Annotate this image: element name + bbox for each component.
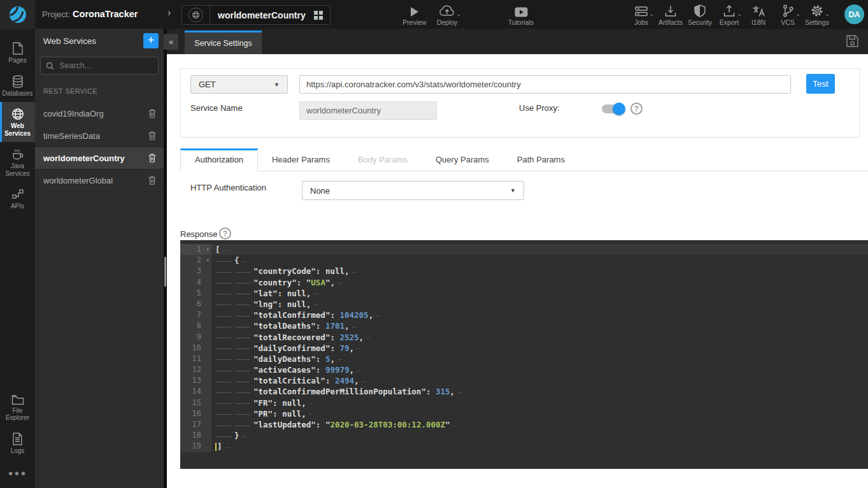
service-item-timeSeriesData[interactable]: timeSeriesData xyxy=(35,125,164,147)
gear-icon xyxy=(811,4,823,17)
service-item-worldometerCountry[interactable]: worldometerCountry xyxy=(35,147,164,169)
search-input[interactable] xyxy=(58,61,153,71)
code-text: "totalCritical": 2494, xyxy=(211,375,868,386)
test-button[interactable]: Test xyxy=(806,74,835,94)
export-button[interactable]: ⌄ Export xyxy=(715,3,744,26)
code-text: "totalConfirmed": 104205, xyxy=(211,310,868,320)
code-line-18: 18} xyxy=(180,430,868,441)
sidebar-item-databases[interactable]: Databases xyxy=(0,69,35,103)
request-url-input[interactable] xyxy=(299,75,791,94)
code-text: "lng": null, xyxy=(211,299,868,310)
tab-header-params[interactable]: Header Params xyxy=(258,148,344,171)
branch-icon xyxy=(781,4,794,17)
add-service-button[interactable]: + xyxy=(143,33,159,48)
fold-arrow-icon[interactable]: ▾ xyxy=(206,244,210,255)
code-line-13: 13"totalCritical": 2494, xyxy=(180,375,868,386)
sidebar-label: Databases xyxy=(3,90,33,97)
delete-service-icon[interactable] xyxy=(148,175,157,185)
line-number: 2▾ xyxy=(180,255,211,266)
code-line-9: 9"totalRecovered": 2525, xyxy=(180,332,868,343)
jobs-button[interactable]: ⌄ Jobs xyxy=(627,3,656,26)
toggle-knob xyxy=(613,103,625,115)
user-avatar[interactable]: DA xyxy=(844,4,864,24)
sidebar-item-java-services[interactable]: Java Services xyxy=(0,142,35,182)
i18n-label: I18N xyxy=(751,18,765,26)
i18n-button[interactable]: I18N xyxy=(744,3,773,26)
search-icon xyxy=(46,62,54,70)
code-text: } xyxy=(211,430,868,441)
tab-query-params[interactable]: Query Params xyxy=(422,148,503,171)
deploy-button[interactable]: ⌄ Deploy xyxy=(432,3,462,26)
line-number: 16 xyxy=(180,408,211,419)
settings-button[interactable]: ⌄ Settings xyxy=(802,3,832,26)
preview-button[interactable]: Preview xyxy=(401,3,428,26)
code-line-15: 15"FR": null, xyxy=(180,398,868,408)
line-number: 19 xyxy=(180,441,211,452)
code-text: ] xyxy=(211,441,868,452)
project-name: CoronaTracker xyxy=(73,9,138,19)
open-service-tab[interactable]: worldometerCountry xyxy=(181,5,331,25)
more-options-icon[interactable]: ●●● xyxy=(0,459,35,488)
service-item-covid19IndiaOrg[interactable]: covid19IndiaOrg xyxy=(35,102,164,125)
tutorials-button[interactable]: Tutorials xyxy=(506,3,536,26)
service-tab-label: worldometerCountry xyxy=(210,10,313,20)
delete-service-icon[interactable] xyxy=(148,131,157,141)
service-name-field[interactable] xyxy=(299,101,437,120)
fold-arrow-icon[interactable]: ▾ xyxy=(206,255,210,266)
response-help-icon[interactable]: ? xyxy=(219,227,231,240)
top-bar: Project:CoronaTracker › worldometerCount… xyxy=(0,0,868,29)
left-rail: Pages Databases Web Services xyxy=(0,29,35,488)
service-item-worldometerGlobal[interactable]: worldometerGlobal xyxy=(35,169,164,192)
code-text: "totalRecovered": 2525, xyxy=(211,332,868,343)
security-button[interactable]: Security xyxy=(685,3,715,26)
globe-icon xyxy=(11,108,24,120)
collapse-panel-button[interactable]: « xyxy=(164,34,178,50)
response-code-editor[interactable]: 1▾[2▾{3"countryCode": null,4"country": "… xyxy=(180,240,868,469)
service-name: covid19IndiaOrg xyxy=(43,109,148,118)
sidebar-item-web-services[interactable]: Web Services xyxy=(0,102,35,142)
line-number: 4 xyxy=(180,277,211,288)
line-number: 6 xyxy=(180,299,211,310)
save-button[interactable] xyxy=(846,34,859,48)
workspace-tab-strip xyxy=(167,29,868,54)
search-box[interactable] xyxy=(40,57,159,75)
service-name: timeSeriesData xyxy=(43,131,148,141)
sidebar-item-logs[interactable]: Logs xyxy=(0,427,35,460)
log-document-icon xyxy=(12,433,23,445)
vcs-button[interactable]: ⌄ VCS xyxy=(773,3,802,26)
delete-service-icon[interactable] xyxy=(148,153,157,163)
sidebar-label: Pages xyxy=(8,57,26,64)
tab-body-params[interactable]: Body Params xyxy=(344,148,422,171)
artifacts-button[interactable]: Artifacts xyxy=(656,3,685,26)
http-auth-select[interactable]: None ▼ xyxy=(302,181,524,200)
rest-service-section-label: REST SERVICE xyxy=(35,75,164,102)
sidebar-item-apis[interactable]: APIs xyxy=(0,182,35,215)
grid-icon[interactable] xyxy=(313,10,324,20)
tab-path-params[interactable]: Path Params xyxy=(503,148,579,171)
line-number: 9 xyxy=(180,332,211,343)
delete-service-icon[interactable] xyxy=(148,108,157,118)
jobs-label: Jobs xyxy=(634,18,648,26)
http-method-select[interactable]: GET ▼ xyxy=(190,75,288,94)
code-line-19: 19] xyxy=(180,441,868,452)
code-text: "FR": null, xyxy=(211,398,868,408)
use-proxy-label: Use Proxy: xyxy=(519,103,560,113)
tab-service-settings[interactable]: Service Settings xyxy=(185,31,262,54)
sidebar-item-pages[interactable]: Pages xyxy=(0,36,35,69)
code-text: [ xyxy=(211,244,868,255)
code-line-7: 7"totalConfirmed": 104205, xyxy=(180,310,868,320)
code-text: { xyxy=(211,255,868,266)
page-icon xyxy=(12,42,24,55)
settings-label: Settings xyxy=(805,18,829,26)
sidebar-item-file-explorer[interactable]: File Explorer xyxy=(0,389,35,427)
code-line-1: 1▾[ xyxy=(180,244,868,255)
service-name-label: Service Name xyxy=(190,103,243,113)
proxy-help-icon[interactable]: ? xyxy=(630,103,643,115)
line-number: 10 xyxy=(180,343,211,354)
artifacts-label: Artifacts xyxy=(658,18,683,26)
scrollbar-thumb[interactable] xyxy=(164,257,166,287)
code-text: "country": "USA", xyxy=(211,277,868,288)
use-proxy-toggle[interactable] xyxy=(602,104,623,113)
tab-authorization[interactable]: Authorization xyxy=(180,148,258,171)
app-logo[interactable] xyxy=(0,0,35,29)
